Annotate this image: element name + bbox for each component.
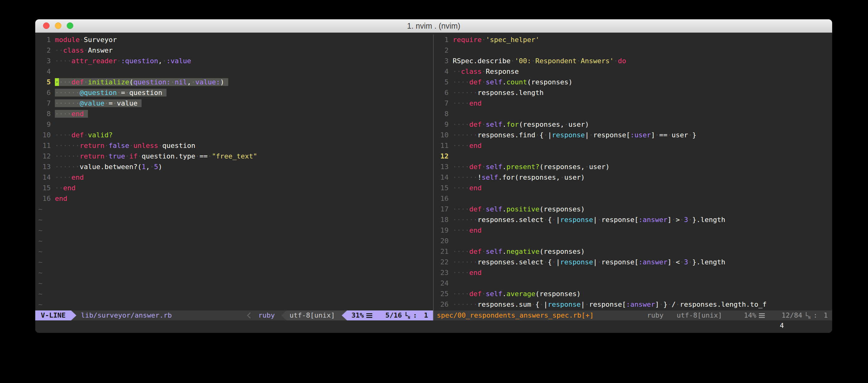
window-controls xyxy=(43,23,73,29)
code-line[interactable]: 8 xyxy=(436,109,832,119)
encoding-indicator: utf-8[unix] xyxy=(677,310,722,321)
line-number: 6 xyxy=(436,89,453,97)
code-line[interactable]: 12 ······return·true·if·question.type·==… xyxy=(38,151,433,162)
line-number: 24 xyxy=(436,279,453,287)
code-line[interactable]: 4 xyxy=(38,66,433,77)
line-number: 14 xyxy=(38,173,55,181)
code-line[interactable]: 15 ····end xyxy=(436,183,832,194)
statusline-inactive: spec/00_respondents_answers_spec.rb[+] r… xyxy=(434,310,832,320)
code-line[interactable]: 10 ····def·valid? xyxy=(38,130,433,140)
code-line[interactable]: 5 ····def·self.count(responses) xyxy=(436,77,832,88)
empty-line-tilde: ~ xyxy=(38,278,433,289)
line-number: 7 xyxy=(38,99,55,107)
code-line[interactable]: 11 ······return·false·unless·question xyxy=(38,140,433,151)
code-area-right[interactable]: 1 require·'spec_helper' 2 3 RSpec.descri… xyxy=(434,35,832,310)
code-line[interactable]: 8 ····end xyxy=(38,109,433,119)
code-line[interactable]: 17 ····def·self.positive(responses) xyxy=(436,204,832,214)
visual-selection: ······@value·=·value xyxy=(55,99,142,107)
code-line[interactable]: 20 xyxy=(436,236,832,246)
command-line[interactable]: 4 xyxy=(35,320,832,331)
code-line[interactable]: 23 ····end xyxy=(436,268,832,278)
line-number: 1 xyxy=(38,36,55,44)
code-line[interactable]: 13 ······value.between?(1,·5) xyxy=(38,162,433,172)
line-number: 7 xyxy=(436,99,453,107)
window-titlebar[interactable]: 1. nvim . (nvim) xyxy=(35,19,832,33)
line-position: 5/16 xyxy=(385,310,402,321)
empty-line-tilde: ~ xyxy=(38,299,433,310)
line-number: 20 xyxy=(436,237,453,245)
line-number: 15 xyxy=(38,184,55,192)
empty-line-tilde: ~ xyxy=(38,204,433,214)
code-line[interactable]: 16 xyxy=(436,194,832,204)
line-number: 2 xyxy=(436,46,453,54)
close-button[interactable] xyxy=(43,23,50,29)
code-line[interactable]: 6 ······responses.length xyxy=(436,88,832,98)
code-line[interactable]: 1 require·'spec_helper' xyxy=(436,35,832,45)
empty-line-tilde: ~ xyxy=(38,236,433,246)
empty-line-tilde: ~ xyxy=(38,225,433,236)
powerline-arrow-icon xyxy=(281,310,286,320)
line-number: 11 xyxy=(436,142,453,149)
line-number: 3 xyxy=(436,57,453,65)
line-number: 22 xyxy=(436,258,453,266)
editor-pane-spec-rb[interactable]: 1 require·'spec_helper' 2 3 RSpec.descri… xyxy=(434,35,832,320)
maxlinenr-icon xyxy=(759,313,765,318)
code-line[interactable]: 18 ······responses.select·{·|response|·r… xyxy=(436,214,832,225)
file-path: spec/00_respondents_answers_spec.rb[+] xyxy=(434,310,594,320)
zoom-button[interactable] xyxy=(67,23,73,29)
code-line[interactable]: 10 ······responses.find·{·|response|·res… xyxy=(436,130,832,140)
editor-pane-answer-rb[interactable]: 1 module·Surveyor 2 ··class·Answer 3 ···… xyxy=(35,35,433,320)
powerline-arrow-icon xyxy=(71,310,76,320)
code-line[interactable]: 5 ····def·initialize(question:·nil,·valu… xyxy=(38,77,433,88)
powerline-arrow-icon xyxy=(342,310,347,320)
code-line[interactable]: 21 ····def·self.negative(responses) xyxy=(436,246,832,257)
line-number: 9 xyxy=(38,120,55,128)
line-number: 9 xyxy=(436,120,453,128)
scroll-percent: 14% xyxy=(744,310,756,321)
code-line[interactable]: 7 ····end xyxy=(436,98,832,109)
code-line[interactable]: 24 xyxy=(436,278,832,289)
line-number: 2 xyxy=(38,46,55,54)
code-line[interactable]: 22 ······responses.select·{·|response|·r… xyxy=(436,257,832,268)
code-line[interactable]: 12 xyxy=(436,151,832,162)
code-line[interactable]: 6 ······@question·=·question xyxy=(38,88,433,98)
code-line[interactable]: 13 ····def·self.present?(responses,·user… xyxy=(436,162,832,172)
code-line[interactable]: 25 ····def·self.average(responses) xyxy=(436,289,832,299)
code-line[interactable]: 15 ··end xyxy=(38,183,433,194)
terminal-window: 1. nvim . (nvim) 1 module·Surveyor 2 ··c… xyxy=(35,19,832,333)
code-line[interactable]: 11 ····end xyxy=(436,140,832,151)
encoding-indicator: utf-8[unix] xyxy=(286,310,342,320)
linenr-icon: LN xyxy=(805,312,811,319)
code-line[interactable]: 9 xyxy=(38,119,433,130)
line-number: 12 xyxy=(38,152,55,160)
code-line[interactable]: 7 ······@value·=·value xyxy=(38,98,433,109)
mode-indicator: V-LINE xyxy=(35,310,71,320)
filetype-indicator: ruby xyxy=(253,310,281,320)
line-number: 5 xyxy=(38,78,55,86)
code-area-left[interactable]: 1 module·Surveyor 2 ··class·Answer 3 ···… xyxy=(35,35,433,310)
code-line[interactable]: 2 ··class·Answer xyxy=(38,45,433,56)
line-number: 14 xyxy=(436,173,453,181)
code-line[interactable]: 26 ······responses.sum·{·|response|·resp… xyxy=(436,299,832,310)
line-number: 16 xyxy=(38,195,55,202)
code-line[interactable]: 2 xyxy=(436,45,832,56)
maxlinenr-icon xyxy=(366,313,372,318)
code-line[interactable]: 3 RSpec.describe·'00:·Respondent·Answers… xyxy=(436,56,832,66)
visual-selection: ····def·initialize(question:·nil,·value:… xyxy=(55,78,228,86)
code-line[interactable]: 14 ······!self.for(responses,·user) xyxy=(436,172,832,183)
code-line[interactable]: 16 end xyxy=(38,194,433,204)
nvim-terminal: 1 module·Surveyor 2 ··class·Answer 3 ···… xyxy=(35,33,832,333)
code-line[interactable]: 4 ··class·Response xyxy=(436,66,832,77)
line-number: 10 xyxy=(38,131,55,139)
minimize-button[interactable] xyxy=(55,23,61,29)
code-line[interactable]: 19 ····end xyxy=(436,225,832,236)
code-line[interactable]: 3 ····attr_reader·:question,·:value xyxy=(38,56,433,66)
line-number: 8 xyxy=(38,110,55,118)
code-line[interactable]: 1 module·Surveyor xyxy=(38,35,433,45)
line-number: 4 xyxy=(436,68,453,75)
showcmd-pending-count: 4 xyxy=(780,320,784,331)
code-line[interactable]: 9 ····def·self.for(responses,·user) xyxy=(436,119,832,130)
line-number: 4 xyxy=(38,68,55,75)
statusline-active: V-LINE lib/surveyor/answer.rb ruby utf-8… xyxy=(35,310,433,320)
code-line[interactable]: 14 ····end xyxy=(38,172,433,183)
